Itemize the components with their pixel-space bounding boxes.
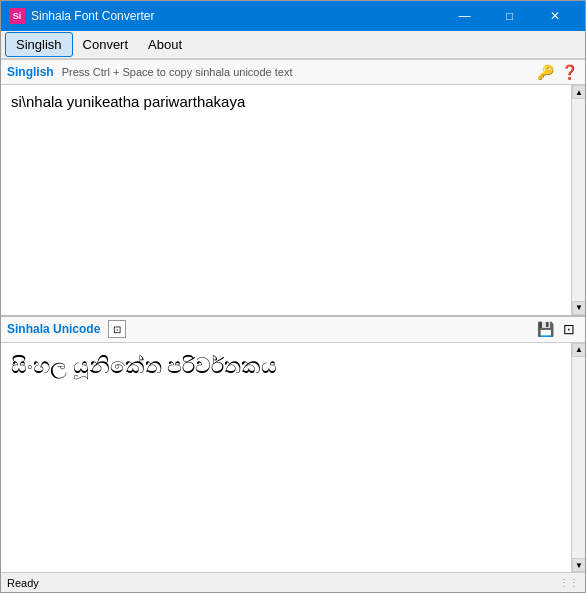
save-icon[interactable]: 💾 bbox=[535, 319, 555, 339]
menu-convert[interactable]: Convert bbox=[73, 33, 139, 56]
scroll-down-arrow[interactable]: ▼ bbox=[572, 301, 585, 315]
singlish-input[interactable]: si\nhala yunikeatha pariwarthakaya bbox=[1, 85, 585, 315]
maximize-button[interactable]: □ bbox=[487, 1, 532, 31]
unicode-output-area: ▲ ▼ සිංහල යූනිකේත පරිවර්තකය bbox=[1, 343, 585, 573]
unicode-panel: Sinhala Unicode ⊡ 💾 ⊡ ▲ ▼ සිංහල යූනිකේත … bbox=[1, 315, 585, 573]
unicode-output-text: සිංහල යූනිකේත පරිවර්තකය bbox=[11, 351, 575, 382]
menu-singlish[interactable]: Singlish bbox=[5, 32, 73, 57]
status-bar: Ready ⋮⋮ bbox=[1, 572, 585, 592]
unicode-scroll-up-arrow[interactable]: ▲ bbox=[572, 343, 585, 357]
singlish-panel-header: Singlish Press Ctrl + Space to copy sinh… bbox=[1, 59, 585, 85]
status-text: Ready bbox=[7, 577, 39, 589]
singlish-panel-icons: 🔑 ❓ bbox=[535, 62, 579, 82]
window-controls: — □ ✕ bbox=[442, 1, 577, 31]
menu-bar: Singlish Convert About bbox=[1, 31, 585, 59]
menu-about[interactable]: About bbox=[138, 33, 192, 56]
unicode-copy-small-button[interactable]: ⊡ bbox=[108, 320, 126, 338]
copy-icon[interactable]: ⊡ bbox=[559, 319, 579, 339]
unicode-scroll-down-arrow[interactable]: ▼ bbox=[572, 558, 585, 572]
key-icon: 🔑 bbox=[535, 62, 555, 82]
unicode-panel-icons: 💾 ⊡ bbox=[535, 319, 579, 339]
unicode-scroll-track[interactable] bbox=[572, 357, 585, 559]
close-button[interactable]: ✕ bbox=[532, 1, 577, 31]
window-title: Sinhala Font Converter bbox=[31, 9, 442, 23]
singlish-input-wrapper: si\nhala yunikeatha pariwarthakaya ▲ ▼ bbox=[1, 85, 585, 315]
help-icon[interactable]: ❓ bbox=[559, 62, 579, 82]
singlish-panel-label: Singlish bbox=[7, 65, 54, 79]
app-icon: Si bbox=[9, 8, 25, 24]
main-content: Singlish Press Ctrl + Space to copy sinh… bbox=[1, 59, 585, 572]
unicode-panel-label: Sinhala Unicode bbox=[7, 322, 100, 336]
singlish-hint-text: Press Ctrl + Space to copy sinhala unico… bbox=[62, 66, 293, 78]
singlish-panel: Singlish Press Ctrl + Space to copy sinh… bbox=[1, 59, 585, 315]
resize-grip[interactable]: ⋮⋮ bbox=[559, 577, 579, 588]
main-window: Si Sinhala Font Converter — □ ✕ Singlish… bbox=[0, 0, 586, 593]
singlish-scrollbar[interactable]: ▲ ▼ bbox=[571, 85, 585, 315]
minimize-button[interactable]: — bbox=[442, 1, 487, 31]
unicode-panel-header: Sinhala Unicode ⊡ 💾 ⊡ bbox=[1, 317, 585, 343]
title-bar: Si Sinhala Font Converter — □ ✕ bbox=[1, 1, 585, 31]
unicode-scrollbar[interactable]: ▲ ▼ bbox=[571, 343, 585, 573]
scroll-track[interactable] bbox=[572, 99, 585, 301]
scroll-up-arrow[interactable]: ▲ bbox=[572, 85, 585, 99]
